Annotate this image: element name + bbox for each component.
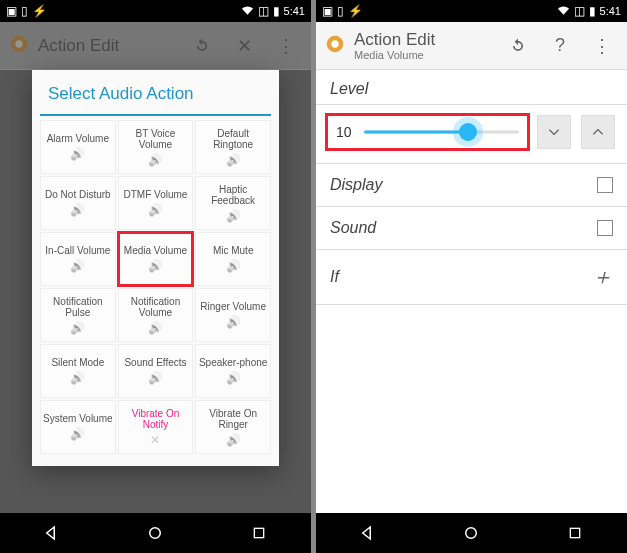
level-slider[interactable] — [364, 122, 519, 142]
audio-action-label: Notification Volume — [121, 296, 191, 318]
image-icon: ▣ — [6, 5, 17, 17]
nav-bar — [316, 513, 627, 553]
dialog-title: Select Audio Action — [40, 82, 271, 116]
display-row[interactable]: Display — [316, 164, 627, 207]
volume-icon: 🔊 — [148, 153, 163, 167]
no-sim-icon: ◫ — [574, 5, 585, 17]
image-icon: ▣ — [322, 5, 333, 17]
refresh-button[interactable] — [501, 29, 535, 63]
app-bar: Action Edit Media Volume ? ⋮ — [316, 22, 627, 70]
sound-label: Sound — [330, 219, 376, 237]
nav-home-button[interactable] — [460, 522, 482, 544]
audio-action-cell[interactable]: Ringer Volume🔊 — [195, 288, 271, 342]
sim-icon: ▯ — [21, 5, 28, 17]
audio-action-label: Media Volume — [124, 245, 187, 256]
audio-action-label: Ringer Volume — [200, 301, 266, 312]
audio-action-cell[interactable]: Do Not Disturb🔊 — [40, 176, 116, 230]
level-decrement-button[interactable] — [537, 115, 571, 149]
level-label: Level — [316, 70, 627, 105]
wifi-icon — [241, 5, 254, 18]
audio-action-cell[interactable]: Vibrate On Notify✕ — [118, 400, 194, 454]
audio-action-cell[interactable]: Default Ringtone🔊 — [195, 120, 271, 174]
volume-icon: 🔊 — [226, 433, 241, 447]
volume-icon: 🔊 — [226, 315, 241, 329]
nav-bar — [0, 513, 311, 553]
audio-action-cell[interactable]: Media Volume🔊 — [118, 232, 194, 286]
audio-action-label: BT Voice Volume — [121, 128, 191, 150]
help-button[interactable]: ? — [543, 29, 577, 63]
audio-action-cell[interactable]: Haptic Feedback🔊 — [195, 176, 271, 230]
level-increment-button[interactable] — [581, 115, 615, 149]
svg-point-5 — [331, 40, 338, 47]
overflow-menu-button[interactable]: ⋮ — [585, 29, 619, 63]
sound-row[interactable]: Sound — [316, 207, 627, 250]
audio-action-cell[interactable]: Mic Mute🔊 — [195, 232, 271, 286]
volume-icon: 🔊 — [226, 209, 241, 223]
nav-back-button[interactable] — [357, 522, 379, 544]
volume-icon: 🔊 — [70, 371, 85, 385]
volume-icon: 🔊 — [148, 371, 163, 385]
bolt-icon: ⚡ — [32, 5, 47, 17]
level-value: 10 — [336, 124, 356, 140]
audio-action-cell[interactable]: Sound Effects🔊 — [118, 344, 194, 398]
audio-action-cell[interactable]: System Volume🔊 — [40, 400, 116, 454]
nav-recent-button[interactable] — [248, 522, 270, 544]
audio-action-cell[interactable]: Silent Mode🔊 — [40, 344, 116, 398]
audio-action-label: Silent Mode — [51, 357, 104, 368]
audio-action-label: Vibrate On Notify — [121, 408, 191, 430]
audio-action-label: Mic Mute — [213, 245, 254, 256]
audio-action-label: In-Call Volume — [45, 245, 110, 256]
battery-icon: ▮ — [589, 5, 596, 17]
volume-icon: 🔊 — [70, 427, 85, 441]
page-subtitle: Media Volume — [354, 49, 493, 61]
audio-action-cell[interactable]: Alarm Volume🔊 — [40, 120, 116, 174]
nav-home-button[interactable] — [144, 522, 166, 544]
display-label: Display — [330, 176, 382, 194]
audio-action-cell[interactable]: Notification Volume🔊 — [118, 288, 194, 342]
level-slider-group: 10 — [328, 116, 527, 148]
audio-action-cell[interactable]: Speaker-phone🔊 — [195, 344, 271, 398]
volume-icon: 🔊 — [70, 147, 85, 161]
audio-action-cell[interactable]: Vibrate On Ringer🔊 — [195, 400, 271, 454]
battery-icon: ▮ — [273, 5, 280, 17]
clock-text: 5:41 — [284, 5, 305, 17]
volume-icon: 🔊 — [148, 321, 163, 335]
app-icon — [324, 33, 346, 59]
volume-icon: 🔊 — [70, 203, 85, 217]
audio-action-cell[interactable]: DTMF Volume🔊 — [118, 176, 194, 230]
audio-action-label: Sound Effects — [124, 357, 186, 368]
add-condition-icon[interactable]: ＋ — [591, 262, 613, 292]
if-label: If — [330, 268, 339, 286]
svg-point-6 — [466, 528, 477, 539]
status-bar: ▣ ▯ ⚡ ◫ ▮ 5:41 — [316, 0, 627, 22]
no-sim-icon: ◫ — [258, 5, 269, 17]
svg-rect-7 — [570, 528, 579, 537]
if-row[interactable]: If ＋ — [316, 250, 627, 305]
nav-back-button[interactable] — [41, 522, 63, 544]
select-audio-action-dialog: Select Audio Action Alarm Volume🔊BT Voic… — [32, 70, 279, 466]
audio-action-cell[interactable]: In-Call Volume🔊 — [40, 232, 116, 286]
wifi-icon — [557, 5, 570, 18]
audio-action-cell[interactable]: Notification Pulse🔊 — [40, 288, 116, 342]
sim-icon: ▯ — [337, 5, 344, 17]
volume-icon: 🔊 — [148, 259, 163, 273]
sound-checkbox[interactable] — [597, 220, 613, 236]
volume-icon: 🔊 — [226, 259, 241, 273]
bolt-icon: ⚡ — [348, 5, 363, 17]
svg-point-2 — [150, 528, 161, 539]
volume-icon: 🔊 — [148, 203, 163, 217]
svg-rect-3 — [254, 528, 263, 537]
audio-action-label: Speaker-phone — [199, 357, 267, 368]
audio-action-label: Alarm Volume — [47, 133, 109, 144]
display-checkbox[interactable] — [597, 177, 613, 193]
page-title: Action Edit — [354, 30, 493, 50]
nav-recent-button[interactable] — [564, 522, 586, 544]
audio-action-label: Do Not Disturb — [45, 189, 111, 200]
audio-action-cell[interactable]: BT Voice Volume🔊 — [118, 120, 194, 174]
volume-icon: 🔊 — [226, 371, 241, 385]
status-bar: ▣ ▯ ⚡ ◫ ▮ 5:41 — [0, 0, 311, 22]
audio-action-label: Vibrate On Ringer — [198, 408, 268, 430]
audio-action-label: DTMF Volume — [124, 189, 188, 200]
clock-text: 5:41 — [600, 5, 621, 17]
audio-action-label: Haptic Feedback — [198, 184, 268, 206]
